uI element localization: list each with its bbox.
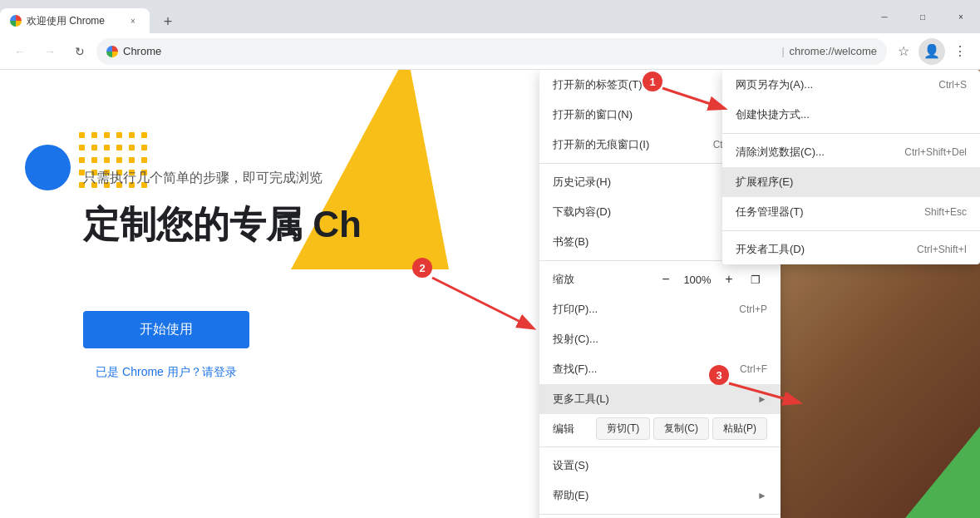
menu-find-label: 查找(F)...: [553, 362, 733, 377]
menu-downloads-label: 下载内容(D): [553, 205, 734, 220]
start-button[interactable]: 开始使用: [83, 311, 249, 348]
menu-settings[interactable]: 设置(S): [539, 451, 781, 481]
submenu-save-page[interactable]: 网页另存为(A)... Ctrl+S: [722, 70, 980, 100]
submenu-task-manager-label: 任务管理器(T): [736, 205, 918, 220]
submenu-devtools[interactable]: 开发者工具(D) Ctrl+Shift+I: [722, 234, 980, 264]
menu-more-tools-arrow: ►: [757, 393, 767, 405]
menu-edit-label: 编辑: [553, 422, 593, 437]
refresh-button[interactable]: ↻: [66, 38, 93, 65]
menu-print[interactable]: 打印(P)... Ctrl+P: [539, 294, 781, 324]
submenu-save-page-label: 网页另存为(A)...: [736, 77, 932, 92]
zoom-controls: − 100% + ❐: [654, 268, 767, 291]
blue-circle: [25, 145, 71, 190]
submenu-clear-data[interactable]: 清除浏览数据(C)... Ctrl+Shift+Del: [722, 137, 980, 167]
menu-cast[interactable]: 投射(C)...: [539, 324, 781, 354]
tab-strip: 欢迎使用 Chrome × +: [0, 0, 180, 33]
close-button[interactable]: ×: [942, 3, 980, 30]
submenu-clear-data-shortcut: Ctrl+Shift+Del: [904, 146, 967, 158]
tab-favicon: [10, 15, 22, 27]
menu-new-window-label: 打开新的窗口(N): [553, 107, 732, 122]
menu-incognito-label: 打开新的无痕窗口(I): [553, 137, 707, 152]
menu-help-label: 帮助(E): [553, 488, 754, 503]
menu-edit-row: 编辑 剪切(T) 复制(C) 粘贴(P): [539, 414, 781, 443]
welcome-text: 只需执行几个简单的步骤，即可完成浏览 定制您的专属 Ch: [83, 170, 362, 249]
copy-button[interactable]: 复制(C): [653, 417, 709, 440]
address-separator: |: [781, 46, 784, 57]
cut-button[interactable]: 剪切(T): [596, 417, 650, 440]
maximize-button[interactable]: □: [904, 3, 942, 30]
profile-button[interactable]: 👤: [918, 38, 945, 65]
profile-icon: 👤: [923, 43, 940, 59]
main-title: 定制您的专属 Ch: [83, 200, 362, 249]
fullscreen-button[interactable]: ❐: [744, 268, 767, 291]
menu-find-shortcut: Ctrl+F: [740, 363, 767, 375]
submenu-create-shortcut[interactable]: 创建快捷方式...: [722, 100, 980, 130]
menu-help[interactable]: 帮助(E) ►: [539, 481, 781, 511]
address-bar[interactable]: Chrome | chrome://welcome: [96, 38, 887, 65]
menu-print-shortcut: Ctrl+P: [739, 303, 767, 315]
minimize-button[interactable]: ─: [865, 3, 904, 30]
menu-zoom-label: 缩放: [553, 272, 654, 287]
svg-line-7: [432, 278, 532, 328]
menu-more-tools-label: 更多工具(L): [553, 392, 754, 407]
toolbar: ← → ↻ Chrome | chrome://welcome ☆ 👤 ⋮: [0, 33, 980, 70]
submenu-create-shortcut-label: 创建快捷方式...: [736, 107, 967, 122]
menu-find[interactable]: 查找(F)... Ctrl+F: [539, 354, 781, 384]
menu-divider-3: [539, 446, 781, 447]
zoom-value: 100%: [681, 274, 714, 286]
menu-print-label: 打印(P)...: [553, 302, 732, 317]
green-shape: [905, 427, 980, 518]
bookmark-button[interactable]: ☆: [890, 38, 917, 65]
menu-divider-4: [539, 514, 781, 515]
address-url: chrome://welcome: [790, 45, 877, 57]
submenu-save-page-shortcut: Ctrl+S: [938, 79, 967, 91]
forward-button[interactable]: →: [37, 38, 63, 65]
menu-new-tab-label: 打开新的标签页(T): [553, 77, 733, 92]
menu-more-tools[interactable]: 更多工具(L) ►: [539, 384, 781, 414]
subtitle: 只需执行几个简单的步骤，即可完成浏览: [83, 170, 362, 187]
login-link[interactable]: 已是 Chrome 用户？请登录: [83, 365, 249, 380]
title-bar: 欢迎使用 Chrome × + ─ □ ×: [0, 0, 980, 33]
browser-window: 欢迎使用 Chrome × + ─ □ × ← → ↻ Chrome | chr…: [0, 0, 980, 518]
paste-button[interactable]: 粘贴(P): [712, 417, 767, 440]
menu-cast-label: 投射(C)...: [553, 332, 767, 347]
menu-help-arrow: ►: [757, 490, 767, 501]
back-button[interactable]: ←: [7, 38, 33, 65]
submenu-divider-1: [722, 133, 980, 134]
submenu-devtools-label: 开发者工具(D): [736, 242, 910, 257]
window-controls: ─ □ ×: [865, 0, 980, 33]
submenu-extensions[interactable]: 扩展程序(E): [722, 167, 980, 197]
submenu-task-manager[interactable]: 任务管理器(T) Shift+Esc: [722, 197, 980, 227]
submenu-clear-data-label: 清除浏览数据(C)...: [736, 145, 898, 160]
tab-close-button[interactable]: ×: [126, 14, 140, 27]
menu-zoom-row: 缩放 − 100% + ❐: [539, 264, 781, 294]
menu-settings-label: 设置(S): [553, 458, 767, 473]
active-tab[interactable]: 欢迎使用 Chrome ×: [0, 8, 150, 33]
zoom-out-button[interactable]: −: [654, 268, 677, 291]
tab-title: 欢迎使用 Chrome: [27, 14, 121, 28]
page-content: 只需执行几个简单的步骤，即可完成浏览 定制您的专属 Ch 开始使用 已是 Chr…: [0, 70, 980, 518]
submenu-task-manager-shortcut: Shift+Esc: [924, 206, 967, 218]
submenu-devtools-shortcut: Ctrl+Shift+I: [917, 244, 967, 255]
toolbar-actions: ☆ 👤 ⋮: [890, 38, 973, 65]
address-favicon: [106, 46, 118, 57]
main-menu-button[interactable]: ⋮: [947, 38, 973, 65]
zoom-in-button[interactable]: +: [717, 268, 741, 291]
new-tab-button[interactable]: +: [156, 10, 180, 33]
address-site: Chrome: [123, 45, 776, 57]
sub-menu: 网页另存为(A)... Ctrl+S 创建快捷方式... 清除浏览数据(C)..…: [722, 70, 980, 264]
submenu-divider-2: [722, 230, 980, 231]
submenu-extensions-label: 扩展程序(E): [736, 175, 967, 190]
